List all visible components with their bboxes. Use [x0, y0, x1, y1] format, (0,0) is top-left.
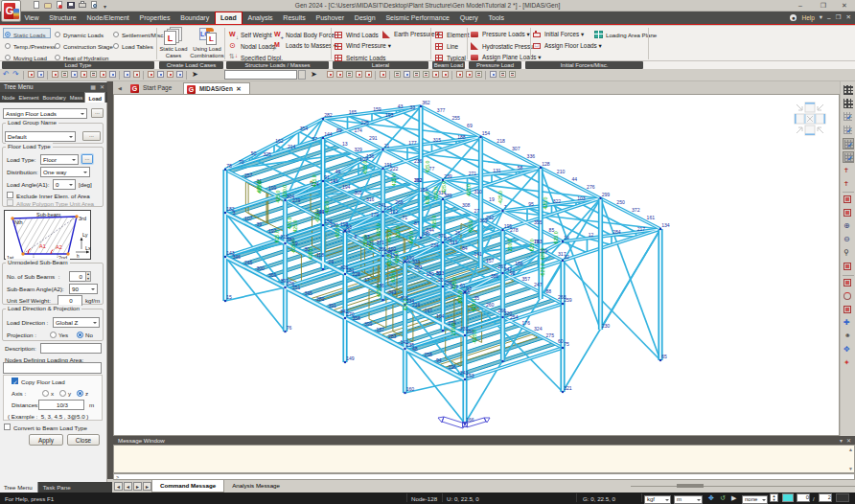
svg-text:95: 95: [528, 201, 534, 207]
svg-text:307: 307: [512, 146, 520, 151]
svg-text:147: 147: [424, 308, 432, 313]
svg-text:369: 369: [268, 272, 277, 278]
svg-text:425.0: 425.0: [403, 298, 408, 310]
svg-text:340: 340: [422, 231, 430, 237]
svg-text:300: 300: [256, 265, 265, 271]
svg-text:250: 250: [616, 199, 625, 205]
svg-text:331: 331: [412, 259, 421, 264]
svg-text:305: 305: [354, 190, 362, 195]
svg-text:128: 128: [542, 161, 550, 167]
svg-text:284: 284: [612, 229, 621, 235]
svg-text:14: 14: [564, 235, 569, 241]
svg-text:425.0: 425.0: [368, 238, 374, 250]
svg-text:245: 245: [244, 260, 253, 265]
svg-text:625.0: 625.0: [529, 239, 535, 251]
svg-text:345: 345: [304, 290, 312, 296]
svg-text:12: 12: [589, 232, 594, 238]
svg-text:625.0: 625.0: [425, 192, 430, 204]
svg-text:166: 166: [466, 417, 474, 423]
svg-text:-425.0: -425.0: [386, 254, 392, 268]
svg-text:115: 115: [450, 240, 457, 245]
svg-text:43: 43: [398, 103, 404, 109]
svg-text:71: 71: [402, 215, 407, 220]
svg-text:254: 254: [510, 314, 519, 320]
svg-text:33: 33: [409, 104, 415, 110]
svg-text:275: 275: [546, 332, 555, 338]
svg-text:161: 161: [647, 215, 656, 220]
svg-text:321: 321: [564, 385, 572, 391]
svg-text:425.0: 425.0: [292, 220, 298, 233]
svg-text:196: 196: [448, 364, 456, 370]
svg-text:176: 176: [522, 320, 531, 326]
svg-text:24: 24: [328, 259, 334, 264]
svg-text:-625.0: -625.0: [362, 161, 368, 175]
svg-text:268: 268: [558, 294, 566, 300]
svg-text:8: 8: [354, 234, 357, 240]
svg-text:377: 377: [437, 107, 446, 113]
svg-text:258: 258: [424, 352, 432, 357]
svg-text:165: 165: [349, 109, 358, 115]
svg-text:-625.0: -625.0: [290, 240, 296, 254]
svg-text:159: 159: [373, 106, 381, 112]
svg-text:15: 15: [226, 294, 232, 300]
svg-text:75: 75: [564, 341, 569, 347]
svg-text:425.0: 425.0: [376, 285, 381, 297]
svg-text:142: 142: [400, 339, 408, 345]
svg-text:76: 76: [287, 325, 292, 331]
svg-text:104: 104: [436, 313, 445, 319]
svg-text:21: 21: [384, 143, 390, 149]
svg-text:61: 61: [460, 283, 466, 288]
svg-text:315: 315: [433, 137, 442, 143]
svg-text:189: 189: [426, 271, 434, 277]
svg-text:216: 216: [412, 302, 421, 308]
svg-text:372: 372: [632, 207, 640, 213]
svg-text:239: 239: [444, 173, 452, 179]
svg-text:177: 177: [408, 140, 417, 146]
svg-text:370: 370: [438, 233, 447, 239]
svg-text:Sub-beam: Sub-beam: [36, 212, 61, 218]
svg-text:134: 134: [661, 222, 670, 228]
svg-text:A1: A1: [39, 243, 46, 249]
svg-text:51: 51: [436, 270, 442, 276]
svg-text:425.0: 425.0: [324, 201, 330, 214]
svg-text:356: 356: [378, 246, 386, 252]
svg-text:65: 65: [661, 354, 667, 359]
svg-text:-625.0: -625.0: [433, 187, 439, 201]
svg-text:94: 94: [436, 357, 442, 363]
svg-text:243: 243: [460, 370, 469, 376]
svg-text:278: 278: [510, 227, 519, 233]
svg-text:7: 7: [504, 204, 507, 210]
svg-text:48: 48: [412, 346, 418, 352]
svg-text:-625.0: -625.0: [315, 209, 321, 223]
svg-text:49: 49: [335, 169, 341, 174]
svg-text:329: 329: [354, 147, 362, 152]
svg-text:346: 346: [232, 254, 241, 260]
svg-text:425.0: 425.0: [471, 299, 476, 311]
svg-text:310: 310: [474, 189, 482, 195]
svg-text:-425.0: -425.0: [498, 191, 504, 205]
svg-text:336: 336: [527, 153, 536, 159]
svg-text:Nth: Nth: [14, 219, 23, 225]
svg-text:292: 292: [414, 177, 423, 183]
svg-text:343: 343: [388, 289, 397, 295]
svg-text:625.0: 625.0: [274, 230, 280, 242]
svg-text:194: 194: [342, 184, 351, 190]
svg-text:84: 84: [462, 245, 468, 251]
svg-text:425.0: 425.0: [312, 174, 318, 187]
svg-text:145: 145: [330, 178, 338, 184]
svg-text:257: 257: [244, 172, 253, 178]
svg-text:230: 230: [602, 323, 611, 329]
svg-text:425.0: 425.0: [391, 173, 397, 186]
svg-text:141: 141: [474, 251, 482, 257]
svg-text:157: 157: [486, 258, 495, 263]
svg-text:234: 234: [430, 242, 439, 248]
svg-text:222: 222: [390, 166, 399, 172]
svg-text:154: 154: [482, 130, 491, 136]
svg-text:282: 282: [324, 112, 333, 118]
svg-text:-625.0: -625.0: [335, 224, 340, 239]
svg-text:169: 169: [342, 228, 351, 234]
svg-text:247: 247: [534, 282, 543, 287]
svg-text:210.0: 210.0: [395, 225, 401, 238]
svg-text:236: 236: [414, 158, 423, 164]
svg-text:308: 308: [462, 202, 471, 208]
